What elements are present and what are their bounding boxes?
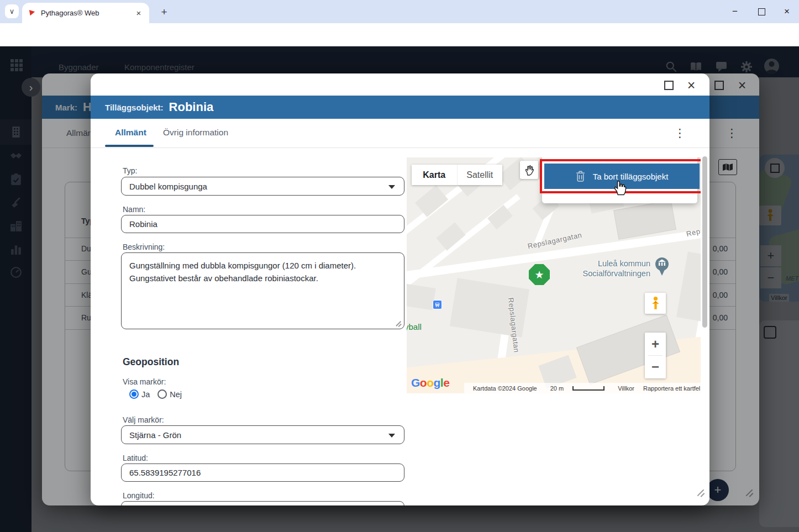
window-maximize-button[interactable] xyxy=(752,3,771,20)
radio-nej[interactable] xyxy=(157,389,167,399)
tab-title: Pythagoras® Web xyxy=(41,9,134,17)
namn-input[interactable]: Robinia xyxy=(121,215,404,233)
poi-partial-label: yball xyxy=(407,322,422,331)
trash-icon xyxy=(576,171,585,182)
latitud-value: 65.5839195277016 xyxy=(129,468,201,477)
visa-markor-label: Visa markör: xyxy=(123,377,166,386)
radio-ja[interactable] xyxy=(129,389,139,399)
namn-label: Namn: xyxy=(123,205,145,214)
pegman-control[interactable] xyxy=(645,293,666,314)
tab-allmant[interactable]: Allmänt xyxy=(115,128,146,138)
radio-ja-label: Ja xyxy=(141,390,150,399)
google-logo: Google xyxy=(411,376,449,389)
maximize-icon xyxy=(664,81,674,90)
modal-kebab-menu[interactable]: ⋮ xyxy=(674,127,686,139)
valj-markor-select[interactable]: Stjärna - Grön xyxy=(121,425,404,444)
beskrivning-textarea[interactable]: Gungställning med dubbla kompisgungor (1… xyxy=(121,252,404,329)
longitud-label: Longitud: xyxy=(123,491,155,500)
star-icon: ★ xyxy=(534,268,544,281)
poi-pin-icon[interactable] xyxy=(654,257,670,279)
map-report-link[interactable]: Rapportera ett kartfel xyxy=(643,385,700,392)
active-tab-underline xyxy=(105,145,154,147)
browser-tab[interactable]: Pythagoras® Web × xyxy=(22,3,149,23)
map-attribution: Kartdata ©2024 Google 20 m Villkor Rappo… xyxy=(464,383,701,393)
modal-scrollbar[interactable] xyxy=(702,156,707,328)
geoposition-heading: Geoposition xyxy=(123,356,179,368)
modal-maximize-button[interactable] xyxy=(660,77,677,93)
longitud-input[interactable] xyxy=(121,501,404,505)
modal-tabrow: Allmänt Övrig information ⋮ xyxy=(91,119,709,148)
latitud-label: Latitud: xyxy=(123,454,148,462)
namn-value: Robinia xyxy=(129,219,157,229)
zoom-in-button[interactable]: + xyxy=(645,333,666,355)
window-close-button[interactable]: × xyxy=(777,3,796,20)
caret-down-icon xyxy=(388,185,395,189)
map-scale: 20 m xyxy=(546,385,609,392)
menu-item-delete-label: Ta bort tilläggsobjekt xyxy=(593,172,669,181)
window-minimize-button[interactable]: − xyxy=(726,3,744,20)
map-terms-link[interactable]: Villkor xyxy=(618,385,634,392)
star-marker[interactable]: ★ xyxy=(529,264,550,285)
scale-bar xyxy=(572,386,604,391)
browser-url-row: ← → ↻ pim.pythagoras.se/py_datamanager_i… xyxy=(0,23,799,46)
typ-select[interactable]: Dubbel kompisgunga xyxy=(121,177,404,196)
tillaggsobjekt-modal: × Tilläggsobjekt: Robinia Allmänt Övrig … xyxy=(91,73,709,505)
map-canvas[interactable]: Repslagargatan Repslagargatan Repslagarg… xyxy=(407,157,701,393)
maximize-icon xyxy=(758,8,765,15)
typ-label: Typ: xyxy=(123,166,137,175)
visa-markor-radiogroup: Ja Nej xyxy=(129,389,190,399)
cursor-pointer-icon xyxy=(612,180,628,196)
browser-tab-strip: ∨ Pythagoras® Web × + − × xyxy=(0,0,799,23)
bus-stop-icon[interactable] xyxy=(433,300,442,309)
zoom-out-button[interactable]: − xyxy=(645,356,666,378)
typ-value: Dubbel kompisgunga xyxy=(129,182,207,191)
map-type-satellit[interactable]: Satellit xyxy=(457,165,503,185)
modal-title-label: Tilläggsobjekt: xyxy=(105,103,164,112)
modal-resize-handle[interactable] xyxy=(696,491,705,497)
map-type-control: Karta Satellit xyxy=(412,165,502,185)
chevron-down-icon: ∨ xyxy=(9,7,15,15)
modal-header: Tilläggsobjekt: Robinia xyxy=(91,96,709,119)
beskrivning-value: Gungställning med dubbla kompisgungor (1… xyxy=(129,260,394,285)
map-copyright: Kartdata ©2024 Google xyxy=(473,385,537,392)
new-tab-button[interactable]: + xyxy=(157,5,171,19)
caret-down-icon xyxy=(388,434,395,438)
poi-label[interactable]: Luleå kommunSocialförvaltningen xyxy=(564,259,650,278)
favicon-pythagoras xyxy=(28,9,36,17)
modal-title: Robinia xyxy=(169,100,214,114)
tab-ovrig-information[interactable]: Övrig information xyxy=(163,128,228,138)
tab-close-icon[interactable]: × xyxy=(134,8,144,18)
valj-markor-label: Välj markör: xyxy=(123,415,164,424)
screen: ∨ Pythagoras® Web × + − × ← → ↻ pim.pyth… xyxy=(0,0,799,532)
latitud-input[interactable]: 65.5839195277016 xyxy=(121,463,404,482)
map-zoom-control: + − xyxy=(645,333,666,378)
street-label: Repslagargatan xyxy=(686,218,701,238)
textarea-resize-handle[interactable] xyxy=(395,322,402,327)
modal-close-button[interactable]: × xyxy=(683,77,700,93)
valj-markor-value: Stjärna - Grön xyxy=(129,430,181,440)
radio-nej-label: Nej xyxy=(170,390,182,399)
map-type-karta[interactable]: Karta xyxy=(412,165,457,185)
beskrivning-label: Beskrivning: xyxy=(123,243,165,251)
pan-tool-button[interactable] xyxy=(520,161,538,179)
tab-search-button[interactable]: ∨ xyxy=(5,4,19,18)
